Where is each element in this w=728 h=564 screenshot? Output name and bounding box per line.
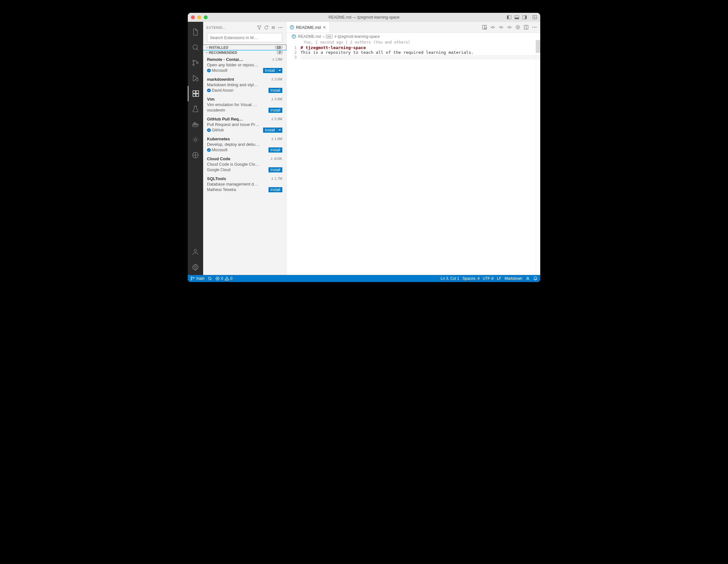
branch-indicator[interactable]: main (190, 276, 204, 281)
extension-name: Vim (207, 97, 271, 102)
svg-point-11 (193, 60, 194, 62)
more-icon[interactable] (278, 25, 283, 30)
minimap-thumb[interactable] (536, 40, 540, 53)
extension-item[interactable]: Kubernetes1.8MDevelop, deploy and debu…M… (203, 135, 286, 154)
notifications-icon[interactable] (533, 276, 538, 281)
extension-item[interactable]: Remote - Contai…13MOpen any folder or re… (203, 55, 286, 75)
filter-icon[interactable] (257, 25, 262, 30)
explorer-icon[interactable] (188, 24, 203, 40)
panel-left-icon[interactable] (507, 15, 511, 20)
extension-description: Develop, deploy and debu… (207, 142, 282, 147)
minimize-window-button[interactable] (197, 15, 201, 19)
svg-point-24 (194, 139, 196, 141)
search-icon[interactable] (188, 40, 203, 55)
git-commit-icon-3[interactable] (507, 25, 512, 30)
extension-item[interactable]: Vim3.6MVim emulation for Visual …vscodev… (203, 95, 286, 115)
language-indicator[interactable]: Markdown (505, 276, 522, 281)
feedback-icon[interactable] (525, 276, 530, 281)
extension-publisher: vscodevim (207, 108, 269, 112)
install-button[interactable]: Install (269, 108, 282, 113)
docker-icon[interactable] (188, 117, 203, 132)
extension-item[interactable]: GitHub Pull Req…5.9MPull Request and Iss… (203, 115, 286, 135)
extension-description: Database management d… (207, 182, 282, 187)
code-line[interactable]: 2This is a repository to teach all of th… (286, 50, 540, 55)
install-button[interactable]: Install (263, 68, 277, 73)
svg-rect-17 (196, 94, 199, 96)
window-controls (191, 15, 208, 19)
eol-indicator[interactable]: LF (497, 276, 501, 281)
svg-rect-23 (194, 122, 195, 124)
source-control-icon[interactable] (188, 55, 203, 71)
indent-indicator[interactable]: Spaces: 4 (462, 276, 479, 281)
git-commit-icon[interactable] (490, 25, 495, 30)
git-commit-icon-2[interactable] (499, 25, 504, 30)
line-number: 3 (286, 55, 301, 60)
install-button[interactable]: Install (269, 147, 282, 153)
close-tab-icon[interactable]: ✕ (323, 25, 326, 30)
accounts-icon[interactable] (188, 244, 203, 260)
tab-readme[interactable]: README.md ✕ (286, 22, 330, 33)
minimap[interactable] (536, 40, 540, 275)
svg-rect-3 (515, 18, 519, 19)
layout-icon[interactable] (533, 15, 537, 20)
panel-right-icon[interactable] (522, 15, 527, 20)
symbol-icon: abc (326, 35, 333, 38)
svg-point-43 (500, 26, 502, 28)
panel-bottom-icon[interactable] (515, 15, 519, 20)
encoding-indicator[interactable]: UTF-8 (483, 276, 494, 281)
clear-icon[interactable] (271, 25, 276, 30)
install-dropdown-button[interactable] (277, 68, 282, 73)
svg-rect-1 (507, 16, 509, 19)
refresh-icon[interactable] (264, 25, 269, 30)
download-count: 13M (272, 57, 282, 61)
breadcrumb[interactable]: README.md › abc # tjzegmott-learning-spa… (286, 33, 540, 40)
svg-point-58 (191, 277, 192, 278)
settings-gear-icon[interactable] (188, 260, 203, 275)
editor-actions (482, 22, 540, 33)
install-button[interactable]: Install (269, 88, 282, 93)
download-count: 1.7M (271, 177, 282, 180)
extension-item[interactable]: markdownlint3.6MMarkdown linting and sty… (203, 75, 286, 95)
download-count: 3.6M (271, 77, 282, 81)
search-input[interactable] (207, 33, 282, 42)
close-window-button[interactable] (191, 15, 195, 19)
code-editor[interactable]: You, 1 second ago | 2 authors (You and o… (286, 40, 540, 275)
extension-item[interactable]: SQLTools1.7MDatabase management d…Matheu… (203, 174, 286, 194)
extensions-sidebar: EXTENSI… › INSTALLED 10 › RECOMMENDED 7 … (203, 22, 286, 275)
vscode-window: README.md — tjzegmott-learning-space EXT (188, 13, 540, 282)
svg-point-12 (193, 64, 194, 66)
sync-button[interactable] (208, 276, 212, 281)
gitlens-icon[interactable] (188, 132, 203, 147)
installed-section-header[interactable]: › INSTALLED 10 (203, 45, 286, 50)
maximize-window-button[interactable] (204, 15, 208, 19)
install-button[interactable]: Install (263, 128, 277, 133)
extension-publisher: Matheus Teixeira (207, 187, 269, 192)
recommended-section-header[interactable]: › RECOMMENDED 7 (203, 50, 286, 55)
problems-indicator[interactable]: 0 0 (215, 276, 232, 281)
line-number: 2 (286, 50, 301, 55)
run-debug-icon[interactable] (188, 71, 203, 86)
open-preview-icon[interactable] (482, 25, 487, 30)
install-dropdown-button[interactable] (277, 128, 282, 133)
extension-publisher: Microsoft (207, 148, 269, 152)
install-button[interactable]: Install (269, 187, 282, 192)
install-button[interactable]: Install (269, 167, 282, 172)
extensions-icon[interactable] (188, 86, 203, 101)
extension-item[interactable]: Cloud Code419KCloud Code is Google Clo…G… (203, 154, 286, 174)
more-actions-icon[interactable] (532, 25, 537, 30)
svg-point-31 (278, 27, 279, 28)
run-icon[interactable] (515, 25, 520, 30)
verified-icon (207, 148, 211, 152)
line-number: 1 (286, 45, 301, 50)
svg-point-36 (292, 26, 292, 27)
cursor-position[interactable]: Ln 3, Col 1 (441, 276, 459, 281)
code-line[interactable]: 3 (286, 55, 540, 60)
extension-publisher: Google Cloud (207, 168, 269, 172)
extension-description: Vim emulation for Visual … (207, 102, 282, 107)
remote-icon[interactable] (188, 147, 203, 163)
extension-publisher: Microsoft (207, 68, 263, 73)
testing-icon[interactable] (188, 101, 203, 117)
split-editor-icon[interactable] (524, 25, 529, 30)
code-line[interactable]: 1# tjzegmott-learning-space (286, 45, 540, 50)
verified-icon (207, 128, 211, 132)
